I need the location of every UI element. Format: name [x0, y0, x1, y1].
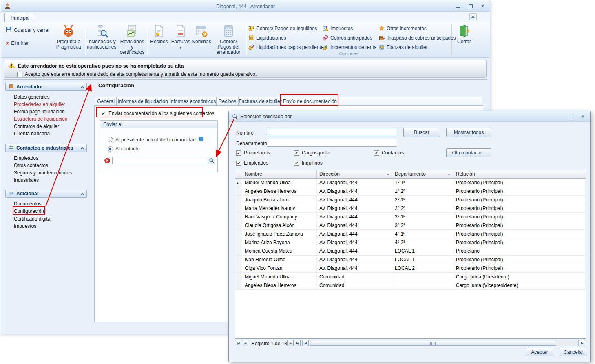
propietarios-checkbox[interactable]: ✓ [236, 150, 241, 156]
save-close-button[interactable]: Guardar y cerrar [4, 26, 51, 34]
table-row[interactable]: ► Miguel Miranda Ulloa Av. Diagonal, 444… [235, 179, 586, 187]
tab-facturas-alquiler[interactable]: Facturas de alquiler [238, 97, 282, 106]
table-row[interactable]: ► Angeles Blesa Herreros Av. Diagonal, 4… [235, 187, 586, 196]
nav-last-button[interactable]: ▶| [294, 340, 301, 346]
contact-input[interactable] [112, 157, 207, 164]
sidebar-item-industriales[interactable]: Industriales [14, 177, 39, 184]
pragmatica-button[interactable]: Pregunta a Pragmática [55, 23, 82, 57]
column-header-nombre[interactable]: Nombre [242, 170, 317, 178]
opcion-fianzas[interactable]: Fianzas de alquiler [379, 44, 428, 51]
aceptar-button[interactable]: Aceptar [526, 348, 553, 356]
table-row[interactable]: ► Miguel Miranda Ulloa Comunidad Cargo j… [235, 273, 586, 281]
tab-principal[interactable]: Principal [4, 13, 35, 22]
incidencias-button[interactable]: Incidencias y notificaciones [86, 23, 117, 57]
scroll-left-button[interactable]: ◀ [302, 340, 309, 346]
column-header-direccion[interactable]: Dirección▲ [317, 170, 392, 178]
close-icon[interactable]: × [481, 4, 484, 9]
mostrar-todos-button[interactable]: Mostrar todos [446, 128, 491, 137]
sidebar-item-empleados[interactable]: Empleados [14, 155, 38, 162]
nav-first-button[interactable]: |◀ [235, 340, 241, 346]
dialog-title-bar[interactable]: Selección solicitado por × [229, 111, 590, 122]
cancelar-button[interactable]: Cancelar [560, 348, 587, 356]
scrollbar-thumb[interactable] [310, 341, 556, 346]
tab-recibos[interactable]: Recibos [216, 97, 239, 106]
sidebar-item-certificado-digital[interactable]: Certificado digital [14, 216, 51, 223]
accept-alta-checkbox[interactable] [17, 72, 22, 77]
al-contacto-radio[interactable] [108, 146, 113, 152]
info-icon[interactable] [198, 136, 204, 143]
empleados-checkbox[interactable]: ✓ [236, 161, 241, 166]
table-row[interactable]: ► Angeles Blesa Herreros Comunidad Cargo… [235, 281, 586, 290]
table-row[interactable]: ► José Ignacio Paez Zamora Av. Diagonal,… [235, 230, 586, 238]
sidebar-item-configuracion[interactable]: Configuración [14, 208, 44, 215]
cobros-pagos-arrendador-button[interactable]: Cobros/ Pagos del arrendador [212, 23, 244, 57]
table-row[interactable]: ► Olga Vico Fontan Av. Diagonal, 444 LOC… [235, 264, 586, 273]
nombre-input[interactable] [267, 128, 397, 136]
tab-envio-documentacion[interactable]: Envío de documentación [282, 97, 338, 106]
nominas-button[interactable]: Nóminas [191, 23, 212, 57]
sidebar-item-otros-contactos[interactable]: Otros contactos [14, 163, 48, 169]
recibos-button[interactable]: Recibos [149, 23, 169, 57]
minimize-icon[interactable] [456, 4, 460, 8]
column-header-departamento[interactable]: Departamento▲ [392, 170, 453, 178]
filter-inquilinos[interactable]: ✓ Inquilinos [294, 160, 323, 166]
nav-next-button[interactable]: ▶ [287, 340, 294, 346]
opcion-traspaso-cobros[interactable]: Traspaso de cobros anticipados [379, 35, 456, 41]
filter-empleados[interactable]: ✓ Empleados [236, 160, 268, 166]
opcion-impuestos[interactable]: Impuestos [323, 25, 353, 32]
tab-informes-liquidacion[interactable]: Informes de liquidación [116, 97, 169, 106]
sidebar-item-contratos-de-alquiler[interactable]: Contratos de alquiler [14, 124, 59, 130]
cargos-junta-checkbox[interactable]: ✓ [294, 150, 299, 156]
close-icon[interactable]: × [581, 114, 584, 119]
opcion-cobros-pagos-inquilinos[interactable]: Cobros/ Pagos de inquilinos [248, 25, 317, 32]
sidebar-item-cuenta-bancaria[interactable]: Cuenta bancaria [14, 131, 50, 137]
delete-button[interactable]: × Eliminar [4, 39, 30, 47]
table-row[interactable]: ► Claudia Ortigosa Alcón Av. Diagonal, 4… [235, 221, 586, 230]
buscar-button[interactable]: Buscar [403, 128, 440, 137]
restore-icon[interactable] [469, 4, 473, 8]
inquilinos-checkbox[interactable]: ✓ [294, 161, 299, 166]
opcion-cobros-anticipados[interactable]: Cobros anticipados [323, 35, 372, 41]
sidebar-item-impuestos[interactable]: Impuestos [14, 223, 36, 230]
table-row[interactable]: ► Raúl Vasquez Company Av. Diagonal, 444… [235, 213, 586, 221]
otro-contacto-button[interactable]: Otro contacto... [446, 148, 491, 157]
table-row[interactable]: ► Joaquín Borràs Torre Av. Diagonal, 444… [235, 196, 586, 204]
sidebar-item-estructura-de-liquidacion[interactable]: Estructura de liquidación [14, 116, 67, 123]
filter-propietarios[interactable]: ✓ Propietarios [236, 150, 270, 156]
contactos-checkbox[interactable]: ✓ [374, 150, 379, 156]
filter-cargos-junta[interactable]: ✓ Cargos junta [294, 150, 330, 156]
scroll-right-button[interactable]: ▶ [579, 340, 585, 346]
clear-contact-icon[interactable] [104, 158, 110, 165]
opcion-otros-incrementos[interactable]: Otros incrementos [379, 25, 427, 32]
restore-icon[interactable] [569, 115, 573, 118]
column-header-relacion[interactable]: Relación [453, 170, 586, 178]
title-bar[interactable]: Diagonal, 444 - Arrendador × [1, 1, 490, 12]
send-docs-checkbox[interactable]: ✓ [101, 111, 106, 116]
nav-prev-button[interactable]: ◀ [242, 340, 248, 346]
table-row[interactable]: ► Ivan Heredia Olmo Av. Diagonal, 444 LO… [235, 256, 586, 264]
ribbon-collapse-button[interactable] [469, 13, 477, 20]
sidebar-item-propiedades-en-alquiler[interactable]: Propiedades en alquiler [14, 101, 65, 108]
facturas-button[interactable]: Facturas ▼ [171, 23, 190, 57]
table-row[interactable]: ► Marina Ariza Bayona Av. Diagonal, 444 … [235, 238, 586, 247]
sidebar-item-seguros-y-mantenimientos[interactable]: Seguros y mantenimientos [14, 170, 72, 176]
filter-contactos[interactable]: ✓ Contactos [374, 150, 404, 156]
al-presidente-radio[interactable] [108, 137, 113, 142]
sidebar-section-arrendador[interactable]: Arrendador [5, 83, 87, 91]
opcion-incrementos-renta[interactable]: Incrementos de renta [323, 44, 376, 51]
sidebar-section-adicional[interactable]: Adicional [5, 190, 87, 198]
sidebar-item-documentos[interactable]: Documentos [14, 201, 41, 207]
table-row[interactable]: ► Marta Mercader Ivanov Av. Diagonal, 44… [235, 204, 586, 213]
cerrar-button[interactable]: Cerrar [453, 23, 475, 57]
departamento-input[interactable] [267, 139, 397, 147]
sidebar-section-contactos[interactable]: Contactos e industriales [5, 144, 87, 152]
revisiones-button[interactable]: Revisiones y certificados [118, 23, 146, 57]
table-row[interactable]: ► Mónica Cuesta Mateu Av. Diagonal, 444 … [235, 247, 586, 256]
tab-informes-economicos[interactable]: Informes económicos [169, 97, 217, 106]
contact-search-button[interactable] [208, 157, 215, 164]
opcion-liquidaciones[interactable]: Liquidaciones [248, 35, 286, 41]
opcion-liquidaciones-pendientes[interactable]: Liquidaciones pagos pendientes [248, 44, 326, 51]
tab-general[interactable]: General [95, 97, 117, 106]
sidebar-item-datos-generales[interactable]: Datos generales [14, 94, 49, 101]
sidebar-item-forma-pago-liquidacion[interactable]: Forma pago liquidación [14, 109, 65, 115]
